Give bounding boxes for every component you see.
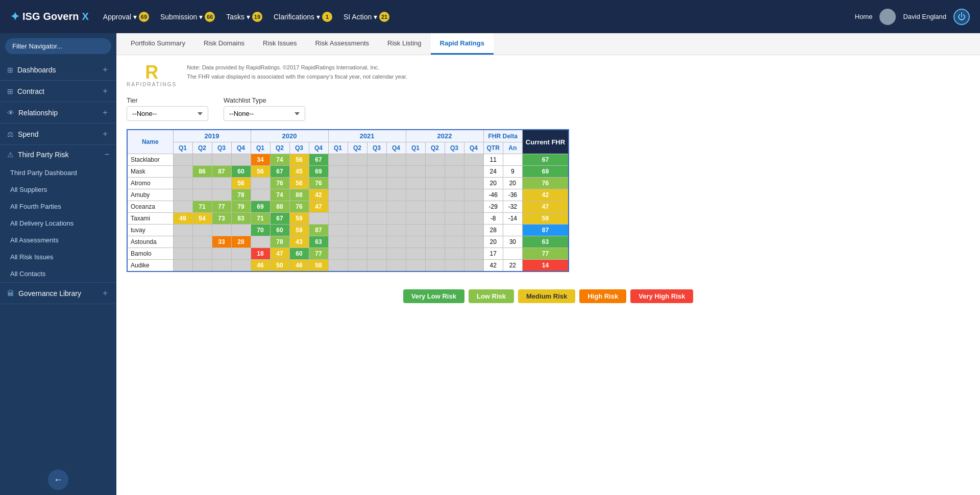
nav-approval[interactable]: Approval ▾ 69	[99, 10, 153, 24]
tab-risk-listing[interactable]: Risk Listing	[378, 33, 430, 55]
cell-value	[348, 189, 367, 201]
sidebar-section-dashboards: ⊞Dashboards ＋	[0, 59, 116, 81]
power-button[interactable]: ⏻	[953, 9, 970, 25]
cell-fhr-qtr: 20	[483, 178, 503, 189]
logo-star-icon: ✦	[10, 10, 19, 23]
sidebar-governance-header[interactable]: 🏛Governance Library ＋	[0, 283, 116, 304]
col-2022-q4: Q4	[464, 142, 483, 154]
nav-clarifications[interactable]: Clarifications ▾ 1	[270, 10, 336, 24]
cell-current-fhr: 14	[522, 260, 569, 272]
back-button[interactable]: ←	[48, 469, 68, 490]
home-link[interactable]: Home	[855, 13, 873, 20]
tab-rapid-ratings[interactable]: Rapid Ratings	[431, 33, 494, 55]
col-2019-q2: Q2	[192, 142, 212, 154]
col-2020-header: 2020	[251, 130, 328, 142]
sidebar-item-third-party-dashboard[interactable]: Third Party Dashboard	[0, 164, 116, 181]
nav-si-action-label: SI Action ▾	[344, 13, 377, 21]
cell-value: 74	[270, 154, 289, 166]
cell-value	[367, 248, 386, 260]
cell-current-fhr: 47	[522, 201, 569, 213]
governance-expand-icon: ＋	[101, 288, 109, 299]
cell-value	[251, 189, 270, 201]
sidebar-item-all-suppliers[interactable]: All Suppliers	[0, 181, 116, 198]
sidebar-contract-header[interactable]: ⊞Contract ＋	[0, 81, 116, 102]
cell-value	[425, 248, 445, 260]
relationship-icon: 👁	[7, 109, 14, 117]
cell-value: 50	[270, 260, 289, 272]
nav-si-action[interactable]: SI Action ▾ 21	[339, 10, 394, 24]
risk-collapse-icon: −	[105, 150, 109, 159]
cell-name: tuvay	[127, 225, 173, 236]
tab-risk-issues[interactable]: Risk Issues	[254, 33, 306, 55]
nav-submission[interactable]: Submission ▾ 66	[156, 10, 219, 24]
nav-tasks[interactable]: Tasks ▾ 19	[222, 10, 266, 24]
tier-label: Tier	[127, 96, 208, 104]
sidebar-item-all-contacts[interactable]: All Contacts	[0, 265, 116, 282]
cell-value	[386, 178, 406, 189]
cell-value	[192, 260, 212, 272]
col-2021-q3: Q3	[367, 142, 386, 154]
cell-value	[192, 189, 212, 201]
cell-fhr-an: -14	[503, 213, 522, 225]
cell-value: 47	[309, 201, 328, 213]
sidebar-third-party-risk-header[interactable]: ⚠Third Party Risk −	[0, 145, 116, 164]
sidebar-dashboards-header[interactable]: ⊞Dashboards ＋	[0, 59, 116, 80]
cell-value	[192, 178, 212, 189]
cell-value	[386, 236, 406, 248]
tier-select[interactable]: --None--	[127, 106, 208, 121]
cell-value	[251, 178, 270, 189]
cell-value	[406, 260, 425, 272]
cell-value	[445, 260, 464, 272]
col-name-header: Name	[127, 130, 173, 154]
watchlist-select[interactable]: --None--	[224, 106, 305, 121]
cell-value	[192, 154, 212, 166]
tab-risk-assessments[interactable]: Risk Assessments	[306, 33, 378, 55]
col-fhr-delta-header: FHR Delta	[483, 130, 522, 142]
col-2022-q3: Q3	[445, 142, 464, 154]
cell-value: 69	[251, 201, 270, 213]
cell-value	[425, 166, 445, 178]
cell-value	[445, 154, 464, 166]
legend-very-high-risk: Very High Risk	[630, 289, 693, 303]
sidebar-spend-header[interactable]: ⚖Spend ＋	[0, 123, 116, 144]
cell-value	[192, 225, 212, 236]
cell-value	[464, 248, 483, 260]
cell-value	[386, 166, 406, 178]
dashboard-icon: ⊞	[7, 66, 13, 74]
cell-value	[348, 178, 367, 189]
cell-value	[367, 260, 386, 272]
filter-navigator[interactable]: Filter Navigator...	[5, 38, 111, 54]
sidebar-item-all-assessments[interactable]: All Assessments	[0, 232, 116, 249]
cell-value: 79	[231, 201, 251, 213]
contract-icon: ⊞	[7, 87, 13, 95]
sidebar-item-all-delivery-locations[interactable]: All Delivery Locations	[0, 215, 116, 232]
sidebar-item-all-fourth-parties[interactable]: All Fourth Parties	[0, 198, 116, 215]
nav-si-action-badge: 21	[379, 12, 389, 22]
tab-risk-domains[interactable]: Risk Domains	[194, 33, 254, 55]
user-name: David England	[903, 13, 946, 20]
dashboards-expand-icon: ＋	[101, 64, 109, 75]
cell-value	[464, 225, 483, 236]
cell-value	[464, 166, 483, 178]
cell-fhr-an	[503, 248, 522, 260]
cell-value	[367, 178, 386, 189]
legend-low-risk: Low Risk	[469, 289, 514, 303]
tab-portfolio-summary[interactable]: Portfolio Summary	[121, 33, 194, 55]
cell-value: 56	[251, 166, 270, 178]
cell-value	[173, 248, 192, 260]
relationship-expand-icon: ＋	[101, 107, 109, 118]
cell-value	[328, 166, 348, 178]
cell-current-fhr: 63	[522, 236, 569, 248]
spend-icon: ⚖	[7, 130, 14, 138]
sidebar-item-all-risk-issues[interactable]: All Risk Issues	[0, 249, 116, 265]
cell-value	[173, 260, 192, 272]
cell-value	[406, 154, 425, 166]
sidebar-relationship-header[interactable]: 👁Relationship ＋	[0, 102, 116, 123]
cell-fhr-qtr: 17	[483, 248, 503, 260]
cell-value: 78	[270, 236, 289, 248]
cell-fhr-an: -32	[503, 201, 522, 213]
cell-value: 83	[231, 213, 251, 225]
cell-value	[406, 248, 425, 260]
cell-value	[386, 225, 406, 236]
rapid-note-line2: The FHR value displayed is associated wi…	[187, 72, 407, 82]
